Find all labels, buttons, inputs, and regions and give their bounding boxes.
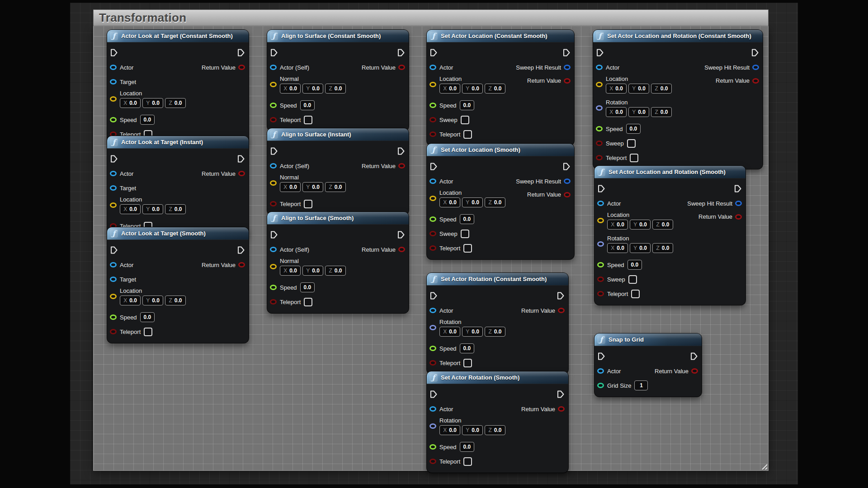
field-location-y[interactable]: Y0.0 [462, 84, 483, 94]
field-location-y[interactable]: Y0.0 [142, 204, 163, 214]
pin-exec-in[interactable] [110, 246, 118, 254]
pin-sweep-hit-result[interactable] [564, 65, 571, 70]
node-actor-look-at-target-instant[interactable]: ƒActor Look at Target (Instant)ActorRetu… [107, 136, 249, 237]
field-normal-y[interactable]: Y0.0 [302, 84, 323, 94]
pin-sweep[interactable] [597, 277, 604, 282]
pin-exec-out[interactable] [237, 49, 245, 56]
pin-sweep-hit-result[interactable] [735, 201, 742, 206]
pin-exec-out[interactable] [557, 390, 564, 398]
pin-return-value[interactable] [564, 192, 571, 197]
pin-teleport[interactable] [270, 201, 277, 206]
field-location-x[interactable]: X0.0 [439, 84, 460, 94]
field-location-y[interactable]: Y0.0 [462, 197, 483, 207]
field-location-y[interactable]: Y0.0 [142, 98, 163, 108]
pin-location[interactable] [597, 218, 604, 223]
pin-return-value[interactable] [752, 78, 759, 84]
field-speed[interactable]: 0.0 [140, 312, 155, 322]
field-rotation-x[interactable]: X0.0 [606, 107, 627, 117]
pin-exec-out[interactable] [237, 155, 245, 163]
pin-location[interactable] [596, 82, 603, 87]
node-header[interactable]: ƒSet Actor Location and Rotation (Smooth… [594, 166, 745, 178]
node-header[interactable]: ƒAlign to Surface (Constant Smooth) [267, 30, 409, 42]
pin-location[interactable] [110, 96, 117, 102]
pin-actor-self[interactable] [270, 163, 277, 169]
node-header[interactable]: ƒAlign to Surface (Smooth) [267, 212, 409, 225]
pin-teleport[interactable] [270, 299, 277, 305]
pin-speed[interactable] [429, 103, 436, 108]
field-normal-z[interactable]: Z0.0 [325, 182, 346, 192]
pin-exec-in[interactable] [598, 352, 605, 360]
node-set-actor-rotation-constant-smooth[interactable]: ƒSet Actor Rotation (Constant Smooth)Act… [427, 273, 568, 374]
node-header[interactable]: ƒActor Look at Target (Instant) [107, 136, 249, 149]
field-location-z[interactable]: Z0.0 [652, 220, 673, 230]
checkbox-teleport[interactable] [304, 298, 312, 306]
node-header[interactable]: ƒAlign to Surface (Instant) [267, 128, 409, 141]
pin-return-value[interactable] [735, 214, 742, 220]
field-speed[interactable]: 0.0 [460, 214, 475, 224]
checkbox-teleport[interactable] [463, 457, 472, 466]
node-actor-look-at-target-smooth[interactable]: ƒActor Look at Target (Smooth)ActorRetur… [107, 227, 249, 343]
field-speed[interactable]: 0.0 [460, 100, 475, 110]
field-rotation-y[interactable]: Y0.0 [630, 243, 651, 253]
field-rotation-z[interactable]: Z0.0 [652, 243, 673, 253]
pin-actor[interactable] [429, 178, 436, 184]
field-location-x[interactable]: X0.0 [120, 98, 141, 108]
field-location-z[interactable]: Z0.0 [651, 84, 672, 94]
pin-rotation[interactable] [429, 325, 436, 330]
pin-exec-out[interactable] [734, 185, 741, 192]
field-normal-z[interactable]: Z0.0 [325, 84, 346, 94]
pin-exec-out[interactable] [751, 49, 759, 56]
node-header[interactable]: ƒSet Actor Rotation (Smooth) [427, 371, 568, 384]
pin-target[interactable] [110, 277, 117, 282]
pin-location[interactable] [429, 196, 436, 201]
pin-rotation[interactable] [597, 241, 604, 247]
field-location-x[interactable]: X0.0 [120, 296, 141, 305]
pin-location[interactable] [429, 82, 436, 87]
pin-exec-out[interactable] [397, 147, 405, 155]
field-rotation-x[interactable]: X0.0 [439, 425, 460, 435]
pin-exec-out[interactable] [397, 49, 405, 56]
pin-exec-in[interactable] [430, 390, 437, 398]
comment-titlebar[interactable]: Transformation [93, 9, 769, 26]
node-set-actor-location-smooth[interactable]: ƒSet Actor Location (Smooth)ActorSweep H… [427, 144, 574, 259]
field-speed[interactable]: 0.0 [460, 442, 475, 452]
pin-exec-out[interactable] [397, 231, 405, 239]
field-rotation-x[interactable]: X0.0 [607, 243, 628, 253]
pin-target[interactable] [110, 79, 117, 84]
field-normal-x[interactable]: X0.0 [280, 266, 301, 276]
field-rotation-y[interactable]: Y0.0 [462, 425, 483, 435]
pin-exec-in[interactable] [430, 163, 437, 170]
pin-location[interactable] [110, 202, 117, 208]
pin-sweep[interactable] [429, 117, 436, 122]
pin-rotation[interactable] [429, 423, 436, 429]
pin-speed[interactable] [597, 262, 604, 267]
node-align-to-surface-constant-smooth[interactable]: ƒAlign to Surface (Constant Smooth)Actor… [267, 30, 409, 131]
node-header[interactable]: ƒSet Actor Location (Smooth) [427, 144, 574, 156]
pin-return-value[interactable] [238, 65, 245, 70]
node-header[interactable]: ƒActor Look at Target (Constant Smooth) [107, 30, 249, 42]
field-grid-size[interactable]: 1 [634, 380, 648, 390]
checkbox-teleport[interactable] [304, 200, 312, 208]
field-speed[interactable]: 0.0 [626, 124, 641, 134]
pin-speed[interactable] [110, 117, 117, 122]
pin-actor[interactable] [596, 65, 603, 70]
node-header[interactable]: ƒSet Actor Location and Rotation (Consta… [593, 30, 763, 42]
checkbox-teleport[interactable] [463, 359, 472, 367]
pin-normal[interactable] [270, 264, 277, 269]
checkbox-teleport[interactable] [304, 116, 312, 124]
pin-actor[interactable] [597, 368, 604, 374]
pin-speed[interactable] [270, 285, 277, 290]
pin-return-value[interactable] [398, 163, 405, 169]
pin-teleport[interactable] [429, 459, 436, 464]
pin-exec-in[interactable] [110, 49, 118, 56]
field-location-x[interactable]: X0.0 [439, 197, 460, 207]
node-header[interactable]: ƒSet Actor Location (Constant Smooth) [427, 30, 574, 42]
node-set-actor-location-and-rotation-smooth[interactable]: ƒSet Actor Location and Rotation (Smooth… [594, 166, 745, 305]
pin-rotation[interactable] [596, 105, 603, 111]
field-location-z[interactable]: Z0.0 [165, 98, 186, 108]
pin-speed[interactable] [270, 103, 277, 108]
checkbox-teleport[interactable] [463, 130, 472, 139]
node-align-to-surface-smooth[interactable]: ƒAlign to Surface (Smooth)Actor (Self)Re… [267, 212, 409, 313]
pin-actor[interactable] [597, 201, 604, 206]
pin-exec-in[interactable] [270, 231, 278, 239]
